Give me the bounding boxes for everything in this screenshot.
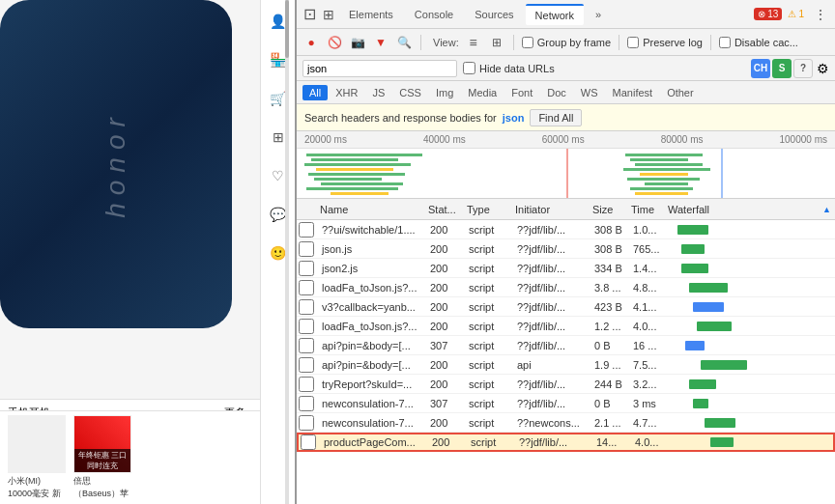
svg-rect-7: [306, 187, 398, 190]
grid-view-button[interactable]: ⊞: [488, 34, 505, 51]
svg-rect-9: [625, 154, 703, 156]
filter-button[interactable]: ▼: [372, 34, 389, 51]
type-filter-all[interactable]: All: [302, 85, 328, 100]
requests-table[interactable]: Name Stat... Type Initiator Size Time Wa…: [297, 199, 835, 504]
cell-waterfall: [670, 259, 835, 277]
type-filter-manifest[interactable]: Manifest: [606, 85, 660, 100]
s-extension-icon[interactable]: S: [772, 59, 792, 78]
type-filter-media[interactable]: Media: [461, 85, 504, 100]
filter-input[interactable]: [302, 60, 457, 77]
product2-label: 倍思（Baseus）苹: [73, 475, 131, 500]
cell-name: tryReport?skuId=...: [314, 378, 430, 390]
table-row[interactable]: loadFa_toJson.js?... 200 script ??jdf/li…: [297, 317, 835, 336]
timeline-marks: 20000 ms 40000 ms 60000 ms 80000 ms 1000…: [304, 134, 827, 145]
svg-rect-12: [623, 168, 710, 171]
row-checkbox[interactable]: [299, 415, 314, 431]
devtools-select-icon[interactable]: ⊞: [320, 6, 337, 23]
svg-rect-1: [311, 158, 398, 161]
tab-sources[interactable]: Sources: [465, 5, 523, 24]
row-checkbox[interactable]: [299, 319, 314, 334]
cell-size: 423 B: [594, 301, 633, 313]
cell-type: script: [469, 243, 517, 255]
type-filter-js[interactable]: JS: [365, 85, 391, 100]
type-filter-css[interactable]: CSS: [392, 85, 428, 100]
table-row[interactable]: tryReport?skuId=... 200 script ??jdf/lib…: [297, 375, 835, 394]
cell-time: 3.2...: [633, 378, 670, 390]
type-filter-other[interactable]: Other: [660, 85, 701, 100]
header-size: Size: [592, 204, 631, 215]
table-row[interactable]: loadFa_toJson.js?... 200 script ??jdf/li…: [297, 278, 835, 297]
cell-time: 765...: [633, 243, 670, 255]
find-all-button[interactable]: Find All: [530, 109, 582, 126]
table-row[interactable]: newconsulation-7... 307 script ??jdf/lib…: [297, 394, 835, 413]
svg-rect-8: [331, 192, 389, 195]
table-row[interactable]: ??ui/switchable/1.... 200 script ??jdf/l…: [297, 220, 835, 239]
devtools-settings-icon[interactable]: ⊡: [301, 6, 318, 23]
row-checkbox[interactable]: [299, 338, 314, 353]
row-checkbox[interactable]: [299, 280, 314, 295]
camera-button[interactable]: 📷: [349, 34, 366, 51]
cell-status: 200: [430, 282, 469, 294]
table-row[interactable]: newconsulation-7... 200 script ??newcons…: [297, 413, 835, 433]
type-filter-ws[interactable]: WS: [574, 85, 605, 100]
tab-console[interactable]: Console: [405, 5, 463, 24]
type-filter-doc[interactable]: Doc: [540, 85, 573, 100]
type-filter-xhr[interactable]: XHR: [329, 85, 364, 100]
header-type: Type: [467, 204, 515, 215]
hide-data-urls-checkbox[interactable]: Hide data URLs: [463, 62, 555, 74]
preserve-log-checkbox[interactable]: Preserve log: [627, 37, 703, 48]
help-icon[interactable]: ?: [793, 59, 813, 78]
row-checkbox[interactable]: [299, 377, 314, 392]
cable-badge: 年终钜惠 三口同时连充: [74, 449, 130, 472]
type-filter-img[interactable]: Img: [429, 85, 460, 100]
timeline-mark-5: 100000 ms: [780, 134, 827, 145]
table-row[interactable]: json.js 200 script ??jdf/lib/... 308 B 7…: [297, 239, 835, 259]
devtools-more-button[interactable]: ⋮: [810, 7, 831, 22]
row-checkbox[interactable]: [299, 241, 314, 257]
tab-elements[interactable]: Elements: [339, 5, 403, 24]
table-row[interactable]: api?pin=&body=[... 200 script api 1.9 ..…: [297, 355, 835, 375]
cell-waterfall: [670, 278, 835, 296]
timeline-chart: [297, 149, 835, 199]
cell-waterfall: [670, 297, 835, 316]
tab-network[interactable]: Network: [526, 4, 584, 25]
cell-waterfall: [670, 239, 835, 258]
cell-status: 200: [432, 436, 471, 448]
row-checkbox[interactable]: [299, 222, 314, 238]
cell-name: v3?callback=yanb...: [314, 301, 430, 313]
row-checkbox[interactable]: [299, 299, 314, 315]
row-checkbox[interactable]: [301, 434, 316, 450]
product-thumb-1[interactable]: [8, 415, 66, 473]
table-row[interactable]: api?pin=&body=[... 307 script ??jdf/lib/…: [297, 336, 835, 355]
cell-type: script: [469, 263, 517, 274]
cell-time: 1.0...: [633, 224, 670, 236]
scrollbar-thumb[interactable]: [285, 0, 289, 58]
product-thumb-2[interactable]: 年终钜惠 三口同时连充: [73, 415, 131, 473]
cell-time: 16 ...: [633, 340, 670, 351]
ch-extension-icon[interactable]: CH: [751, 59, 770, 78]
svg-rect-15: [645, 182, 688, 185]
tab-more[interactable]: »: [586, 5, 611, 24]
cell-status: 307: [430, 398, 469, 409]
svg-rect-5: [314, 178, 382, 181]
table-row[interactable]: productPageCom... 200 script ??jdf/lib/.…: [297, 433, 835, 452]
record-button[interactable]: ●: [302, 34, 320, 51]
row-checkbox[interactable]: [299, 261, 314, 276]
row-checkbox[interactable]: [299, 357, 314, 373]
row-checkbox[interactable]: [299, 396, 314, 411]
group-by-frame-checkbox[interactable]: Group by frame: [522, 37, 611, 48]
list-view-button[interactable]: ≡: [465, 34, 482, 51]
settings-gear-icon[interactable]: ⚙: [817, 61, 829, 76]
cell-name: ??ui/switchable/1....: [314, 224, 430, 236]
disable-cache-checkbox[interactable]: Disable cac...: [719, 37, 798, 48]
table-row[interactable]: json2.js 200 script ??jdf/lib/... 334 B …: [297, 259, 835, 278]
type-filter-font[interactable]: Font: [504, 85, 539, 100]
filter-bar: Hide data URLs CH S ? ⚙: [297, 56, 835, 81]
clear-button[interactable]: 🚫: [326, 34, 343, 51]
table-row[interactable]: v3?callback=yanb... 200 script ??jdf/lib…: [297, 297, 835, 317]
cell-status: 307: [430, 340, 469, 351]
devtools-topbar: ⊡ ⊞ Elements Console Sources Network » ⊗…: [297, 0, 835, 29]
cell-initiator: ??jdf/lib/...: [517, 378, 594, 390]
search-button[interactable]: 🔍: [395, 34, 413, 51]
scrollbar-track: [285, 0, 289, 504]
